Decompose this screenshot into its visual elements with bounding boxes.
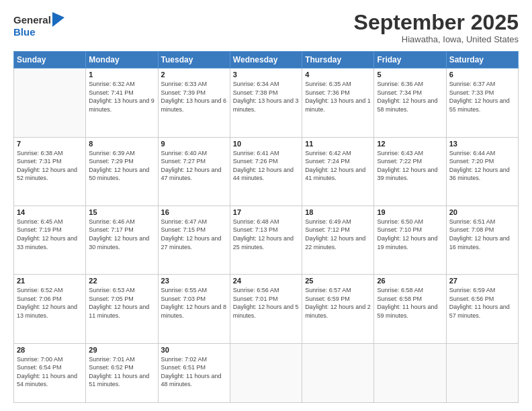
day-number: 4 (305, 71, 371, 79)
day-number: 29 (89, 346, 154, 354)
table-row: 8 Sunrise: 6:39 AMSunset: 7:29 PMDayligh… (86, 137, 158, 205)
day-number: 8 (89, 140, 154, 148)
col-wednesday: Wednesday (230, 52, 302, 68)
day-info: Sunrise: 6:40 AMSunset: 7:27 PMDaylight:… (161, 150, 222, 182)
day-number: 6 (449, 71, 515, 79)
title-block: September 2025 Hiawatha, Iowa, United St… (354, 11, 519, 44)
day-number: 24 (233, 277, 299, 285)
logo: General Blue (13, 13, 64, 38)
table-row: 5 Sunrise: 6:36 AMSunset: 7:34 PMDayligh… (374, 68, 446, 137)
table-row (446, 343, 518, 402)
day-number: 9 (161, 140, 227, 148)
logo-general: General (13, 15, 51, 26)
col-monday: Monday (86, 52, 158, 68)
day-info: Sunrise: 6:35 AMSunset: 7:36 PMDaylight:… (305, 81, 371, 113)
day-number: 10 (233, 140, 299, 148)
table-row: 28 Sunrise: 7:00 AMSunset: 6:54 PMDaylig… (14, 343, 86, 402)
logo-text: General Blue (13, 13, 64, 38)
day-number: 14 (17, 208, 83, 216)
col-tuesday: Tuesday (158, 52, 230, 68)
day-number: 23 (161, 277, 227, 285)
day-info: Sunrise: 6:46 AMSunset: 7:17 PMDaylight:… (89, 218, 149, 250)
day-info: Sunrise: 7:00 AMSunset: 6:54 PMDaylight:… (17, 356, 77, 388)
day-info: Sunrise: 6:36 AMSunset: 7:34 PMDaylight:… (377, 81, 437, 113)
header: General Blue September 2025 Hiawatha, Io… (13, 11, 519, 44)
day-info: Sunrise: 6:53 AMSunset: 7:05 PMDaylight:… (89, 287, 149, 319)
day-info: Sunrise: 6:32 AMSunset: 7:41 PMDaylight:… (89, 81, 154, 113)
table-row: 30 Sunrise: 7:02 AMSunset: 6:51 PMDaylig… (158, 343, 230, 402)
day-info: Sunrise: 6:39 AMSunset: 7:29 PMDaylight:… (89, 150, 149, 182)
day-info: Sunrise: 6:51 AMSunset: 7:08 PMDaylight:… (449, 218, 510, 250)
day-info: Sunrise: 7:02 AMSunset: 6:51 PMDaylight:… (161, 356, 222, 388)
col-saturday: Saturday (446, 52, 518, 68)
day-number: 21 (17, 277, 83, 285)
day-number: 28 (17, 346, 83, 354)
table-row: 1 Sunrise: 6:32 AMSunset: 7:41 PMDayligh… (86, 68, 158, 137)
table-row: 9 Sunrise: 6:40 AMSunset: 7:27 PMDayligh… (158, 137, 230, 205)
day-info: Sunrise: 6:52 AMSunset: 7:06 PMDaylight:… (17, 287, 77, 319)
day-info: Sunrise: 6:55 AMSunset: 7:03 PMDaylight:… (161, 287, 227, 319)
day-number: 15 (89, 208, 154, 216)
day-number: 20 (449, 208, 515, 216)
month-title: September 2025 (354, 11, 519, 34)
logo-icon (52, 12, 64, 27)
day-number: 27 (449, 277, 515, 285)
day-info: Sunrise: 6:33 AMSunset: 7:39 PMDaylight:… (161, 81, 227, 113)
table-row: 10 Sunrise: 6:41 AMSunset: 7:26 PMDaylig… (230, 137, 302, 205)
day-info: Sunrise: 6:50 AMSunset: 7:10 PMDaylight:… (377, 218, 437, 250)
table-row: 17 Sunrise: 6:48 AMSunset: 7:13 PMDaylig… (230, 205, 302, 274)
day-number: 16 (161, 208, 227, 216)
day-info: Sunrise: 6:45 AMSunset: 7:19 PMDaylight:… (17, 218, 77, 250)
day-number: 7 (17, 140, 83, 148)
col-sunday: Sunday (14, 52, 86, 68)
table-row: 15 Sunrise: 6:46 AMSunset: 7:17 PMDaylig… (86, 205, 158, 274)
table-row: 26 Sunrise: 6:58 AMSunset: 6:58 PMDaylig… (374, 275, 446, 343)
day-number: 26 (377, 277, 443, 285)
table-row (14, 68, 86, 137)
page: General Blue September 2025 Hiawatha, Io… (0, 0, 532, 411)
day-number: 2 (161, 71, 227, 79)
day-info: Sunrise: 6:44 AMSunset: 7:20 PMDaylight:… (449, 150, 510, 182)
day-info: Sunrise: 6:57 AMSunset: 6:59 PMDaylight:… (305, 287, 371, 319)
calendar-header-row: Sunday Monday Tuesday Wednesday Thursday… (14, 52, 519, 68)
table-row: 24 Sunrise: 6:56 AMSunset: 7:01 PMDaylig… (230, 275, 302, 343)
table-row: 18 Sunrise: 6:49 AMSunset: 7:12 PMDaylig… (302, 205, 374, 274)
day-number: 13 (449, 140, 515, 148)
day-info: Sunrise: 6:37 AMSunset: 7:33 PMDaylight:… (449, 81, 510, 113)
table-row: 19 Sunrise: 6:50 AMSunset: 7:10 PMDaylig… (374, 205, 446, 274)
table-row: 4 Sunrise: 6:35 AMSunset: 7:36 PMDayligh… (302, 68, 374, 137)
location: Hiawatha, Iowa, United States (354, 34, 519, 44)
day-number: 30 (161, 346, 227, 354)
day-info: Sunrise: 6:34 AMSunset: 7:38 PMDaylight:… (233, 81, 299, 113)
col-friday: Friday (374, 52, 446, 68)
day-number: 12 (377, 140, 443, 148)
day-number: 3 (233, 71, 299, 79)
table-row: 27 Sunrise: 6:59 AMSunset: 6:56 PMDaylig… (446, 275, 518, 343)
table-row: 20 Sunrise: 6:51 AMSunset: 7:08 PMDaylig… (446, 205, 518, 274)
table-row: 6 Sunrise: 6:37 AMSunset: 7:33 PMDayligh… (446, 68, 518, 137)
calendar-table: Sunday Monday Tuesday Wednesday Thursday… (13, 51, 519, 403)
table-row: 16 Sunrise: 6:47 AMSunset: 7:15 PMDaylig… (158, 205, 230, 274)
day-info: Sunrise: 6:48 AMSunset: 7:13 PMDaylight:… (233, 218, 294, 250)
day-info: Sunrise: 6:43 AMSunset: 7:22 PMDaylight:… (377, 150, 437, 182)
col-thursday: Thursday (302, 52, 374, 68)
day-info: Sunrise: 6:47 AMSunset: 7:15 PMDaylight:… (161, 218, 222, 250)
day-info: Sunrise: 6:56 AMSunset: 7:01 PMDaylight:… (233, 287, 299, 319)
table-row (302, 343, 374, 402)
day-info: Sunrise: 6:41 AMSunset: 7:26 PMDaylight:… (233, 150, 294, 182)
day-number: 1 (89, 71, 154, 79)
table-row: 23 Sunrise: 6:55 AMSunset: 7:03 PMDaylig… (158, 275, 230, 343)
day-info: Sunrise: 6:58 AMSunset: 6:58 PMDaylight:… (377, 287, 437, 319)
table-row: 21 Sunrise: 6:52 AMSunset: 7:06 PMDaylig… (14, 275, 86, 343)
day-info: Sunrise: 6:38 AMSunset: 7:31 PMDaylight:… (17, 150, 77, 182)
day-info: Sunrise: 6:49 AMSunset: 7:12 PMDaylight:… (305, 218, 365, 250)
svg-marker-0 (52, 12, 64, 27)
day-number: 22 (89, 277, 154, 285)
table-row: 14 Sunrise: 6:45 AMSunset: 7:19 PMDaylig… (14, 205, 86, 274)
table-row: 11 Sunrise: 6:42 AMSunset: 7:24 PMDaylig… (302, 137, 374, 205)
table-row: 3 Sunrise: 6:34 AMSunset: 7:38 PMDayligh… (230, 68, 302, 137)
table-row (230, 343, 302, 402)
day-number: 19 (377, 208, 443, 216)
day-info: Sunrise: 6:42 AMSunset: 7:24 PMDaylight:… (305, 150, 365, 182)
day-number: 18 (305, 208, 371, 216)
